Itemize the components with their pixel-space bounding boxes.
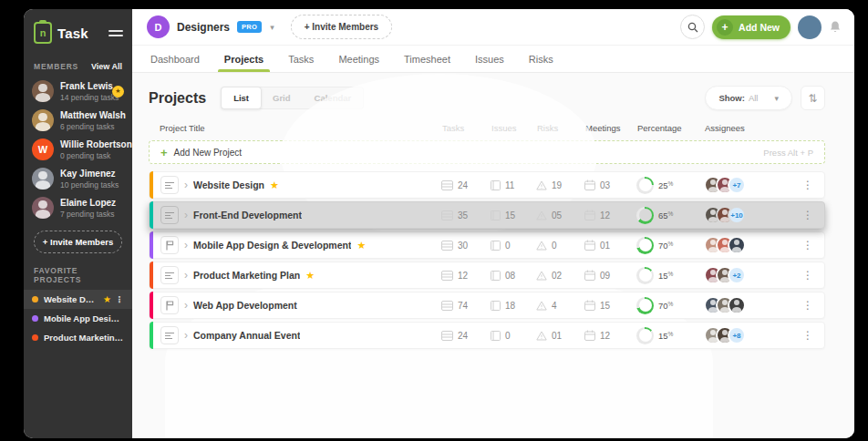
tab-projects[interactable]: Projects xyxy=(224,46,264,72)
member-list-item[interactable]: Kay Jimenez 10 pending tasks ★ xyxy=(24,164,132,193)
project-color-bar xyxy=(150,292,153,319)
assignee-avatar xyxy=(728,296,746,314)
tab-timesheet[interactable]: Timesheet xyxy=(404,46,450,72)
tab-risks[interactable]: Risks xyxy=(529,46,553,72)
favorite-project-item[interactable]: Website Design ★ ⋮ xyxy=(24,290,132,309)
sort-button[interactable]: ⇅ xyxy=(801,86,825,110)
workspace-avatar[interactable]: D xyxy=(147,15,170,38)
star-icon[interactable]: ★ xyxy=(305,270,315,282)
kebab-menu-icon[interactable]: ⋮ xyxy=(115,294,124,304)
show-filter-dropdown[interactable]: Show: All ▾ xyxy=(705,86,792,110)
tab-dashboard[interactable]: Dashboard xyxy=(150,46,200,72)
drag-handle[interactable] xyxy=(160,266,179,284)
column-header-meetings: Meetings xyxy=(585,123,637,133)
star-icon[interactable]: ★ xyxy=(356,240,366,251)
drag-handle[interactable] xyxy=(160,296,179,314)
kebab-menu-icon[interactable]: ⋮ xyxy=(797,239,819,251)
kebab-menu-icon[interactable]: ⋮ xyxy=(797,209,819,221)
add-new-button[interactable]: + Add New xyxy=(712,15,790,39)
workspace-chevron-down-icon[interactable]: ▾ xyxy=(270,23,274,32)
search-button[interactable] xyxy=(680,15,705,39)
notifications-bell-icon[interactable] xyxy=(829,20,842,34)
sidebar: n Task MEMBERS View All Frank Lewis 14 p… xyxy=(24,9,132,438)
member-list-item[interactable]: Frank Lewis 14 pending tasks ★ xyxy=(24,77,132,106)
project-row[interactable]: › Product Marketing Plan ★ 12 08 02 09 1… xyxy=(149,262,825,289)
member-list-item[interactable]: W Willie Robertson 0 pending task ★ xyxy=(24,135,132,164)
project-color-bar xyxy=(150,201,153,229)
assignees-overflow-badge[interactable]: +2 xyxy=(728,266,746,284)
members-section-header: MEMBERS View All xyxy=(24,55,132,77)
member-list-item[interactable]: Matthew Walsh 6 pending tasks ★ xyxy=(24,106,132,135)
flag-icon xyxy=(165,301,174,311)
issues-count-cell: 11 xyxy=(491,180,536,190)
favorite-project-item[interactable]: Mobile App Design... ★ ⋮ xyxy=(24,309,132,328)
percentage-cell: 70% xyxy=(636,237,704,254)
project-row[interactable]: › Front-End Development ★ 35 15 05 12 65… xyxy=(149,201,825,229)
project-color-dot xyxy=(32,315,38,322)
header-invite-members-button[interactable]: + Invite Members xyxy=(291,15,392,39)
assignees-cell xyxy=(704,296,797,314)
percentage-cell: 15% xyxy=(636,267,704,284)
risk-warning-icon xyxy=(536,241,547,251)
assignees-cell: +8 xyxy=(704,326,797,344)
kebab-menu-icon[interactable]: ⋮ xyxy=(797,179,819,191)
expand-chevron-icon[interactable]: › xyxy=(184,270,188,281)
favorite-project-item[interactable]: Product Marketing Plan ★ ⋮ xyxy=(24,328,132,347)
drag-handle[interactable] xyxy=(160,326,179,344)
assignees-overflow-badge[interactable]: +7 xyxy=(728,176,746,194)
project-row[interactable]: › Company Annual Event ★ 24 0 01 12 15% … xyxy=(149,322,825,349)
view-all-link[interactable]: View All xyxy=(91,62,122,71)
issues-count-cell: 0 xyxy=(491,331,536,341)
project-row[interactable]: › Mobile App Design & Development ★ 30 0… xyxy=(149,231,825,259)
view-list-button[interactable]: List xyxy=(221,87,262,109)
progress-donut xyxy=(636,327,654,344)
member-avatar xyxy=(32,197,54,219)
tab-tasks[interactable]: Tasks xyxy=(288,46,314,72)
percentage-cell: 65% xyxy=(636,207,704,224)
main-tabs: DashboardProjectsTasksMeetingsTimesheetI… xyxy=(132,46,854,73)
shortcut-hint: Press Alt + P xyxy=(763,148,813,158)
drag-handle[interactable] xyxy=(160,236,179,254)
tab-issues[interactable]: Issues xyxy=(475,46,504,72)
drag-handle[interactable] xyxy=(160,206,179,224)
top-header: D Designers PRO ▾ + Invite Members + Add… xyxy=(132,9,854,46)
assignees-overflow-badge[interactable]: +8 xyxy=(728,326,746,344)
issues-icon xyxy=(491,301,501,311)
user-avatar[interactable] xyxy=(798,15,822,39)
calendar-icon xyxy=(584,210,595,220)
star-icon[interactable]: ★ xyxy=(270,179,279,191)
member-pending-tasks: 0 pending task xyxy=(60,151,124,160)
calendar-icon xyxy=(584,240,595,251)
sidebar-menu-icon[interactable] xyxy=(108,30,123,36)
member-avatar xyxy=(32,168,54,190)
view-grid-button[interactable]: Grid xyxy=(261,87,303,108)
tab-meetings[interactable]: Meetings xyxy=(338,46,379,72)
tasks-count-cell: 30 xyxy=(441,241,491,251)
kebab-menu-icon[interactable]: ⋮ xyxy=(797,269,819,282)
star-icon[interactable]: ★ xyxy=(103,294,111,304)
project-color-bar xyxy=(150,262,153,289)
kebab-menu-icon[interactable]: ⋮ xyxy=(797,329,819,342)
sidebar-invite-members-button[interactable]: + Invite Members xyxy=(34,231,122,253)
drag-handle[interactable] xyxy=(160,176,179,194)
expand-chevron-icon[interactable]: › xyxy=(184,240,188,251)
expand-chevron-icon[interactable]: › xyxy=(184,330,188,341)
project-row[interactable]: › Web App Development ★ 74 18 4 15 70% ⋮ xyxy=(149,292,825,319)
issues-icon xyxy=(491,180,501,190)
expand-chevron-icon[interactable]: › xyxy=(184,210,188,220)
tasks-icon xyxy=(441,301,453,311)
expand-chevron-icon[interactable]: › xyxy=(184,300,188,311)
assignees-overflow-badge[interactable]: +10 xyxy=(728,206,746,224)
favorites-section-header: FAVORITE PROJECTS xyxy=(24,259,132,290)
project-row[interactable]: › Website Design ★ 24 11 19 03 25% +7 ⋮ xyxy=(149,171,825,199)
expand-chevron-icon[interactable]: › xyxy=(184,179,188,190)
kebab-menu-icon[interactable]: ⋮ xyxy=(797,299,819,312)
progress-donut xyxy=(636,237,654,254)
projects-list: › Website Design ★ 24 11 19 03 25% +7 ⋮ xyxy=(149,171,825,349)
meetings-count-cell: 03 xyxy=(584,179,636,190)
risk-warning-icon xyxy=(536,331,547,341)
tasks-icon xyxy=(441,210,453,220)
member-pending-tasks: 6 pending tasks xyxy=(60,122,124,131)
member-list-item[interactable]: Elaine Lopez 7 pending tasks ★ xyxy=(24,193,132,222)
progress-donut xyxy=(636,207,654,224)
